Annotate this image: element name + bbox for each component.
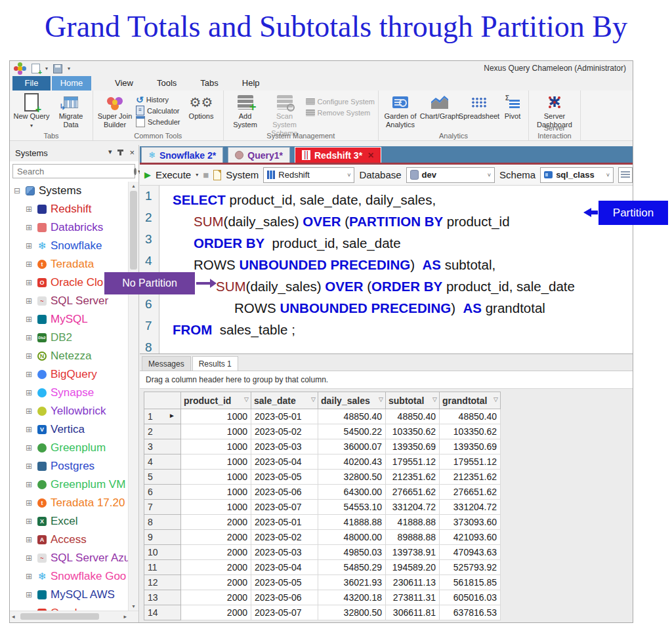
- row-header-cell[interactable]: 5: [144, 470, 181, 485]
- corner-header-cell[interactable]: [144, 392, 181, 409]
- cell-sale_date[interactable]: 2023-05-06: [251, 485, 318, 500]
- pin-icon[interactable]: [119, 150, 121, 155]
- cell-grandtotal[interactable]: 103350.62: [440, 424, 501, 439]
- table-row[interactable]: 610002023-05-0664300.00276651.62276651.6…: [144, 485, 501, 500]
- column-header-subtotal[interactable]: subtotal▽: [386, 392, 440, 409]
- cell-sale_date[interactable]: 2023-05-01: [251, 515, 318, 530]
- table-row[interactable]: 1020002023-05-0349850.03139738.91470943.…: [144, 545, 501, 560]
- row-header-cell[interactable]: 9: [144, 530, 181, 545]
- tab-redshift-3[interactable]: Redshift 3* ✕: [295, 147, 381, 163]
- cell-product_id[interactable]: 2000: [181, 605, 251, 620]
- expand-icon[interactable]: ⊞: [26, 352, 33, 361]
- sidebar-item-snowflake[interactable]: ⊞❄Snowflake: [10, 237, 129, 255]
- expand-icon[interactable]: ⊞: [26, 260, 33, 269]
- expand-icon[interactable]: ⊞: [26, 241, 33, 251]
- cell-product_id[interactable]: 2000: [181, 530, 251, 545]
- table-row[interactable]: 920002023-05-0248000.0089888.88421093.60: [144, 530, 501, 545]
- sidebar-item-sql-server[interactable]: ⊞~SQL Server: [10, 292, 129, 310]
- cell-grandtotal[interactable]: 276651.62: [440, 485, 501, 500]
- expand-icon[interactable]: ⊞: [26, 333, 33, 342]
- expand-icon[interactable]: ⊞: [26, 223, 33, 232]
- system-select[interactable]: Redshift ˅: [263, 167, 354, 183]
- cell-daily_sales[interactable]: 48850.40: [318, 409, 386, 424]
- expand-icon[interactable]: ⊞: [26, 425, 33, 434]
- chart-graph-button[interactable]: Chart/Graph: [421, 92, 459, 121]
- sidebar-item-teradata[interactable]: ⊞tTeradata: [10, 255, 129, 273]
- cell-sale_date[interactable]: 2023-05-02: [251, 530, 318, 545]
- cell-grandtotal[interactable]: 561815.85: [440, 575, 501, 590]
- close-tab-icon[interactable]: ✕: [368, 151, 374, 160]
- cell-daily_sales[interactable]: 49850.03: [318, 545, 386, 560]
- cell-product_id[interactable]: 1000: [181, 424, 251, 439]
- expand-icon[interactable]: ⊞: [26, 315, 33, 324]
- spreadsheet-button[interactable]: Spreadsheet: [460, 92, 498, 121]
- tab-results-1[interactable]: Results 1: [192, 356, 238, 371]
- cell-product_id[interactable]: 1000: [181, 454, 251, 470]
- expand-icon[interactable]: ⊞: [26, 296, 33, 306]
- options-list-icon[interactable]: [618, 167, 633, 183]
- filter-icon[interactable]: ▽: [494, 396, 498, 403]
- expand-icon[interactable]: ⊞: [26, 205, 33, 214]
- row-header-cell[interactable]: 8: [144, 515, 181, 530]
- sidebar-item-mysql[interactable]: ⊞MySQL: [10, 310, 129, 329]
- cell-sale_date[interactable]: 2023-05-02: [251, 424, 318, 439]
- scrollbar-thumb[interactable]: [130, 191, 137, 270]
- expand-icon[interactable]: ⊞: [26, 278, 33, 287]
- sidebar-item-access[interactable]: ⊞AAccess: [10, 531, 129, 549]
- row-header-cell[interactable]: 4: [144, 454, 181, 470]
- table-row[interactable]: 710002023-05-0754553.10331204.72331204.7…: [144, 500, 501, 515]
- sidebar-item-bigquery[interactable]: ⊞BigQuery: [10, 365, 129, 384]
- cell-daily_sales[interactable]: 32800.50: [318, 605, 386, 620]
- execute-dropdown-icon[interactable]: ▾: [196, 172, 198, 178]
- table-row[interactable]: 1120002023-05-0454850.29194589.20525793.…: [144, 560, 501, 575]
- sidebar-item-vertica[interactable]: ⊞VVertica: [10, 420, 129, 439]
- cell-subtotal[interactable]: 139350.69: [386, 439, 440, 454]
- options-button[interactable]: ⚙⚙ Options: [182, 92, 220, 121]
- cell-product_id[interactable]: 2000: [181, 575, 251, 590]
- add-system-button[interactable]: Add System: [226, 92, 264, 129]
- cell-product_id[interactable]: 1000: [181, 500, 251, 515]
- cell-daily_sales[interactable]: 54553.10: [318, 500, 386, 515]
- close-panel-icon[interactable]: ×: [129, 148, 135, 157]
- cell-grandtotal[interactable]: 139350.69: [440, 439, 501, 454]
- sql-code[interactable]: SELECT product_id, sale_date, daily_sale…: [159, 186, 633, 353]
- table-row[interactable]: 1220002023-05-0536021.93230611.13561815.…: [144, 575, 501, 590]
- file-icon[interactable]: [213, 170, 221, 180]
- cell-sale_date[interactable]: 2023-05-06: [251, 590, 318, 605]
- calculator-button[interactable]: ≡ Calculator: [136, 105, 180, 116]
- column-header-grandtotal[interactable]: grandtotal▽: [440, 392, 501, 409]
- row-header-cell[interactable]: 13: [144, 590, 181, 605]
- row-header-cell[interactable]: 10: [144, 545, 181, 560]
- sidebar-vertical-scrollbar[interactable]: ▴ ▾: [128, 182, 138, 611]
- expand-icon[interactable]: ⊞: [26, 572, 33, 581]
- row-header-cell[interactable]: 14: [144, 605, 181, 620]
- menu-tab-view[interactable]: View: [115, 76, 133, 91]
- sidebar-item-greenplum[interactable]: ⊞Greenplum: [10, 439, 129, 457]
- cell-subtotal[interactable]: 230611.13: [386, 575, 440, 590]
- schema-select[interactable]: sql_class ˅: [540, 167, 614, 183]
- sidebar-item-greenplum-vm[interactable]: ⊞Greenplum VM: [10, 475, 129, 494]
- expand-icon[interactable]: ⊞: [26, 498, 33, 508]
- cell-sale_date[interactable]: 2023-05-03: [251, 439, 318, 454]
- sidebar-item-postgres[interactable]: ⊞Postgres: [10, 457, 129, 475]
- migrate-data-button[interactable]: Migrate Data: [52, 92, 90, 129]
- cell-sale_date[interactable]: 2023-05-07: [251, 500, 318, 515]
- database-select[interactable]: dev ˅: [406, 167, 495, 183]
- execute-play-icon[interactable]: ▶: [144, 170, 151, 180]
- cell-daily_sales[interactable]: 32800.50: [318, 470, 386, 485]
- cell-sale_date[interactable]: 2023-05-07: [251, 605, 318, 620]
- configure-system-button[interactable]: Configure System: [306, 96, 375, 107]
- search-icon[interactable]: [134, 168, 136, 175]
- cell-grandtotal[interactable]: 421093.60: [440, 530, 501, 545]
- expand-icon[interactable]: ⊞: [26, 535, 33, 544]
- row-header-cell[interactable]: 6: [144, 485, 181, 500]
- tab-snowflake-2[interactable]: ❄ Snowflake 2*: [141, 147, 223, 163]
- scroll-left-icon[interactable]: ◂: [12, 613, 15, 620]
- new-query-dropdown-icon[interactable]: ▾: [30, 123, 33, 129]
- cell-product_id[interactable]: 1000: [181, 409, 251, 424]
- cell-grandtotal[interactable]: 179551.12: [440, 454, 501, 470]
- tab-messages[interactable]: Messages: [142, 356, 191, 371]
- cell-grandtotal[interactable]: 525793.92: [440, 560, 501, 575]
- tab-query1[interactable]: Query1*: [228, 147, 290, 163]
- cell-daily_sales[interactable]: 64300.00: [318, 485, 386, 500]
